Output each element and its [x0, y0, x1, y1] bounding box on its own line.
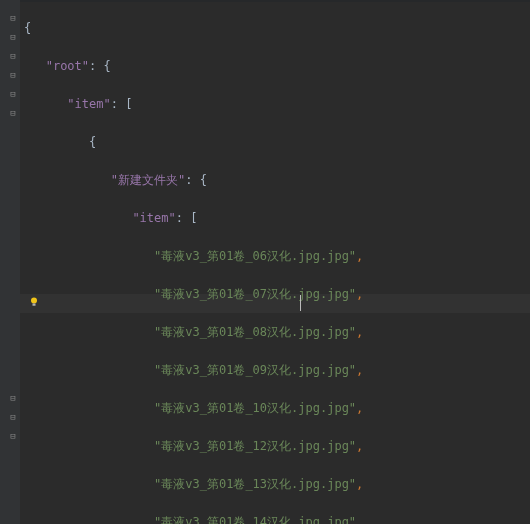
code-line[interactable]: "item": [ — [24, 95, 363, 114]
fold-toggle[interactable]: ⊟ — [8, 32, 18, 42]
comma: , — [356, 287, 363, 301]
comma: , — [356, 401, 363, 415]
fold-toggle[interactable]: ⊟ — [8, 51, 18, 61]
code-line[interactable]: "毒液v3_第01卷_08汉化.jpg.jpg", — [24, 323, 363, 342]
bracket-open: [ — [190, 211, 197, 225]
string-value: "毒液v3_第01卷_06汉化.jpg.jpg" — [154, 249, 356, 263]
comma: , — [356, 439, 363, 453]
colon: : — [176, 211, 183, 225]
string-value: "毒液v3_第01卷_09汉化.jpg.jpg" — [154, 363, 356, 377]
string-value: "毒液v3_第01卷_13汉化.jpg.jpg" — [154, 477, 356, 491]
json-key: "item" — [67, 97, 110, 111]
brace-open: { — [89, 135, 96, 149]
fold-toggle[interactable]: ⊟ — [8, 412, 18, 422]
fold-toggle[interactable]: ⊟ — [8, 70, 18, 80]
code-line[interactable]: "毒液v3_第01卷_13汉化.jpg.jpg", — [24, 475, 363, 494]
json-key: "root" — [46, 59, 89, 73]
bracket-open: [ — [125, 97, 132, 111]
string-value: "毒液v3_第01卷_12汉化.jpg.jpg" — [154, 439, 356, 453]
code-line[interactable]: "毒液v3_第01卷_06汉化.jpg.jpg", — [24, 247, 363, 266]
code-line[interactable]: "毒液v3_第01卷_09汉化.jpg.jpg", — [24, 361, 363, 380]
fold-toggle[interactable]: ⊟ — [8, 431, 18, 441]
colon: : — [89, 59, 96, 73]
code-line[interactable]: { — [24, 19, 363, 38]
comma: , — [356, 477, 363, 491]
fold-toggle[interactable]: ⊟ — [8, 393, 18, 403]
colon: : — [185, 173, 192, 187]
fold-toggle[interactable]: ⊟ — [8, 13, 18, 23]
code-area[interactable]: { "root": { "item": [ { "新建文件夹": { "item… — [24, 0, 363, 524]
comma: , — [356, 249, 363, 263]
colon: : — [111, 97, 118, 111]
text-caret — [300, 295, 301, 311]
code-line[interactable]: "毒液v3_第01卷_14汉化.jpg.jpg", — [24, 513, 363, 524]
code-line[interactable]: "毒液v3_第01卷_10汉化.jpg.jpg", — [24, 399, 363, 418]
fold-toggle[interactable]: ⊟ — [8, 108, 18, 118]
code-line[interactable]: "毒液v3_第01卷_12汉化.jpg.jpg", — [24, 437, 363, 456]
code-line[interactable]: { — [24, 133, 363, 152]
comma: , — [356, 363, 363, 377]
comma: , — [356, 515, 363, 524]
code-line[interactable]: "root": { — [24, 57, 363, 76]
json-key: "item" — [132, 211, 175, 225]
string-value: "毒液v3_第01卷_14汉化.jpg.jpg" — [154, 515, 356, 524]
json-key: "新建文件夹" — [111, 173, 185, 187]
fold-toggle[interactable]: ⊟ — [8, 89, 18, 99]
brace-open: { — [24, 21, 31, 35]
string-value: "毒液v3_第01卷_08汉化.jpg.jpg" — [154, 325, 356, 339]
comma: , — [356, 325, 363, 339]
code-line[interactable]: "新建文件夹": { — [24, 171, 363, 190]
brace-open: { — [200, 173, 207, 187]
string-value: "毒液v3_第01卷_07汉化.jpg.jpg" — [154, 287, 356, 301]
code-line[interactable]: "毒液v3_第01卷_07汉化.jpg.jpg", — [24, 285, 363, 304]
code-line[interactable]: "item": [ — [24, 209, 363, 228]
brace-open: { — [104, 59, 111, 73]
string-value: "毒液v3_第01卷_10汉化.jpg.jpg" — [154, 401, 356, 415]
